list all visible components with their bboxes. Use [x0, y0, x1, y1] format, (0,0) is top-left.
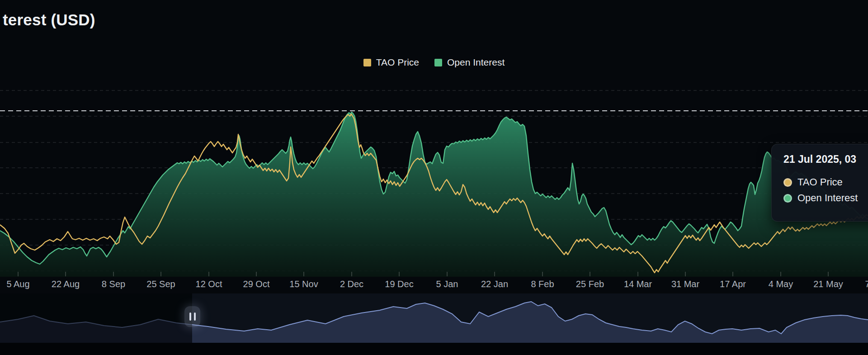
navigator-chart[interactable] [0, 0, 868, 355]
tooltip-row: Open Interest [783, 192, 868, 204]
tooltip-date: 21 Jul 2025, 03 [783, 153, 868, 166]
chart-tooltip: 21 Jul 2025, 03 TAO PriceOpen Interest [771, 144, 868, 222]
navigator-handle[interactable] [184, 306, 200, 327]
grip-bar-icon [194, 312, 196, 321]
navigator-unselected-mask [0, 293, 192, 343]
tooltip-row-label: TAO Price [797, 176, 843, 188]
series-dot-icon [783, 178, 792, 187]
tooltip-rows: TAO PriceOpen Interest [783, 176, 868, 204]
open-interest-chart-page: terest (USD) TAO PriceOpen Interest 5 Au… [0, 0, 868, 355]
bottom-strip [0, 343, 868, 355]
navigator-selected-range[interactable] [192, 293, 868, 343]
tooltip-row: TAO Price [783, 176, 868, 188]
tooltip-row-label: Open Interest [797, 192, 858, 204]
grip-bar-icon [189, 312, 191, 321]
series-dot-icon [783, 194, 792, 203]
